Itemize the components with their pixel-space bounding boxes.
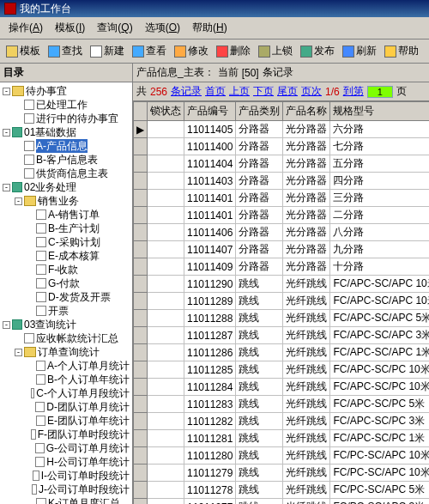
table-row[interactable]: 11011407分路器光分路器九分路Admin: [134, 241, 430, 258]
table-row[interactable]: 11011281跳线光纤跳线FC/APC-SC/PC 1米Admin: [134, 430, 430, 447]
tree-g03-b-1[interactable]: B-个人订单年统计: [26, 373, 130, 386]
cell: [148, 499, 184, 505]
cell: 11011403: [184, 173, 236, 190]
cell: [148, 155, 184, 173]
menu-item-3[interactable]: 选项(O): [140, 19, 185, 37]
tree-g03-b-5[interactable]: F-团队订单时段统计: [26, 428, 130, 441]
col-3[interactable]: 产品名称: [283, 102, 330, 121]
help-btn[interactable]: 帮助: [381, 41, 422, 61]
cell: FC/APC-SC/APC 5米: [330, 310, 429, 327]
lock-btn[interactable]: 上锁: [255, 41, 296, 61]
tree-g02-sale-0[interactable]: A-销售订单: [26, 208, 130, 222]
doc-icon: [36, 251, 46, 261]
tree-view[interactable]: -待办事宜已处理工作进行中的待办事宜-01基础数据A-产品信息B-客户信息表供货…: [0, 82, 132, 504]
tree-g03-b-4[interactable]: E-团队订单年统计: [26, 414, 130, 428]
cell: 分路器: [236, 241, 283, 258]
tree-g03[interactable]: -03查询统计: [2, 318, 130, 331]
table-row[interactable]: 11011284跳线光纤跳线FC/APC-SC/PC 10米Admin: [134, 379, 430, 396]
tree-g02[interactable]: -02业务处理: [2, 180, 130, 194]
tree-g03-b-0[interactable]: A-个人订单月统计: [26, 359, 130, 373]
table-row[interactable]: 11011409分路器光分路器十分路Admin: [134, 258, 430, 276]
table-row[interactable]: 11011401分路器光分路器三分路Admin: [134, 190, 430, 207]
table-row[interactable]: 11011286跳线光纤跳线FC/APC-SC/APC 1米Admin: [134, 344, 430, 361]
prev-page[interactable]: 上页: [229, 84, 250, 99]
view-btn[interactable]: 查看: [129, 41, 170, 61]
tree-g03-b-7[interactable]: H-公司订单年统计: [26, 455, 130, 469]
col-4[interactable]: 规格型号: [330, 102, 429, 121]
tree-todo[interactable]: -待办事宜: [2, 84, 130, 98]
table-row[interactable]: 11011280跳线光纤跳线FC/PC-SC/APC 10米以上Admin: [134, 447, 430, 465]
tree-g02-sale-1[interactable]: B-生产计划: [26, 222, 130, 235]
records-link[interactable]: 条记录: [171, 84, 202, 99]
table-row[interactable]: 11011400分路器光分路器七分路Admin: [134, 138, 430, 155]
tree-g03-b-6[interactable]: G-公司订单月统计: [26, 441, 130, 455]
tree-g02-sale-2[interactable]: C-采购计划: [26, 235, 130, 249]
table-row[interactable]: 11011403分路器光分路器四分路Admin: [134, 173, 430, 190]
tree-inprogress[interactable]: 进行中的待办事宜: [14, 112, 130, 125]
doc-icon: [24, 141, 34, 151]
table-row[interactable]: 11011287跳线光纤跳线FC/APC-SC/APC 3米Admin: [134, 327, 430, 344]
last-page[interactable]: 尾页: [277, 84, 298, 99]
publish-btn[interactable]: 发布: [297, 41, 338, 61]
table-row[interactable]: 11011283跳线光纤跳线FC/APC-SC/PC 5米Admin: [134, 396, 430, 413]
goto-input[interactable]: [367, 86, 393, 98]
tree-g02-sale-3[interactable]: E-成本核算: [26, 249, 130, 263]
table-row[interactable]: 11011279跳线光纤跳线FC/PC-SC/APC 10米Admin: [134, 465, 430, 482]
expand-icon[interactable]: -: [15, 197, 22, 205]
table-row[interactable]: 11011282跳线光纤跳线FC/APC-SC/PC 3米Admin: [134, 413, 430, 430]
table-row[interactable]: 11011278跳线光纤跳线FC/PC-SC/APC 5米Admin: [134, 482, 430, 499]
menu-item-1[interactable]: 模板(I): [50, 19, 90, 37]
tree-g03-b-10[interactable]: K-订单月度汇总: [26, 496, 130, 504]
tree-g03-b-2[interactable]: C-个人订单月段统计: [26, 386, 130, 400]
expand-icon[interactable]: -: [3, 184, 10, 191]
tree-g03-b[interactable]: -订单查询统计: [14, 345, 130, 359]
expand-icon[interactable]: -: [3, 129, 10, 137]
search-btn[interactable]: 查找: [45, 41, 86, 61]
next-page[interactable]: 下页: [253, 84, 274, 99]
table-row[interactable]: 11011277跳线光纤跳线FC/PC-SC/APC 3米Admin: [134, 499, 430, 505]
tree-g02-sale-6[interactable]: D-发货及开票: [26, 290, 130, 304]
expand-icon[interactable]: -: [3, 321, 10, 329]
delete-btn[interactable]: 删除: [213, 41, 254, 61]
first-page[interactable]: 首页: [205, 84, 226, 99]
table-row[interactable]: 11011289跳线光纤跳线FC/APC-SC/APC 10米Admin: [134, 293, 430, 310]
tree-processed[interactable]: 已处理工作: [14, 98, 130, 112]
tree-g02-sale-7[interactable]: 开票: [26, 304, 130, 318]
menu-item-2[interactable]: 查询(Q): [92, 19, 137, 37]
tree-g03-b-3[interactable]: D-团队订单月统计: [26, 400, 130, 414]
tree-g01-1[interactable]: B-客户信息表: [14, 153, 130, 167]
search-btn-icon: [48, 46, 60, 58]
col-0[interactable]: 锁状态: [148, 102, 184, 121]
menu-item-0[interactable]: 操作(A): [3, 19, 48, 37]
refresh-btn[interactable]: 刷新: [339, 41, 380, 61]
table-row[interactable]: 11011401分路器光分路器二分路Admin: [134, 207, 430, 224]
template-btn[interactable]: 模板: [3, 41, 44, 61]
expand-icon[interactable]: -: [15, 349, 22, 356]
table-row[interactable]: 11011404分路器光分路器五分路Admin: [134, 155, 430, 173]
table-row[interactable]: ▶11011405分路器光分路器六分路Admin: [134, 121, 430, 138]
tree-g01-0[interactable]: A-产品信息: [14, 139, 130, 153]
new-btn[interactable]: 新建: [87, 41, 128, 61]
cell: [148, 121, 184, 138]
table-row[interactable]: 11011285跳线光纤跳线FC/APC-SC/PC 10米以上Admin: [134, 361, 430, 379]
table-row[interactable]: 11011406分路器光分路器八分路Admin: [134, 224, 430, 241]
tree-g03-b-8[interactable]: I-公司订单时段统计: [26, 469, 130, 483]
cell: FC/PC-SC/APC 10米: [330, 465, 429, 482]
tree-label: F-收款: [48, 263, 78, 276]
tree-g01[interactable]: -01基础数据: [2, 125, 130, 139]
col-1[interactable]: 产品编号: [184, 102, 236, 121]
table-row[interactable]: 11011290跳线光纤跳线FC/APC-SC/APC 10米以上Admin: [134, 276, 430, 293]
tree-g02-sale-4[interactable]: F-收款: [26, 263, 130, 276]
edit-btn[interactable]: 修改: [171, 41, 212, 61]
tree-g02-sale[interactable]: -销售业务: [14, 194, 130, 208]
tree-g03-a[interactable]: 应收帐款统计汇总: [14, 331, 130, 345]
col-2[interactable]: 产品类别: [236, 102, 283, 121]
tree-g01-2[interactable]: 供货商信息主表: [14, 167, 130, 180]
cell: FC/APC-SC/APC 3米: [330, 327, 429, 344]
data-grid[interactable]: 锁状态产品编号产品类别产品名称规格型号最后修改▶11011405分路器光分路器六…: [133, 101, 429, 504]
tree-g03-b-9[interactable]: J-公司订单时段统计: [26, 483, 130, 496]
menu-item-4[interactable]: 帮助(H): [187, 19, 233, 37]
expand-icon[interactable]: -: [3, 88, 10, 95]
table-row[interactable]: 11011288跳线光纤跳线FC/APC-SC/APC 5米Admin: [134, 310, 430, 327]
tree-g02-sale-5[interactable]: G-付款: [26, 276, 130, 290]
